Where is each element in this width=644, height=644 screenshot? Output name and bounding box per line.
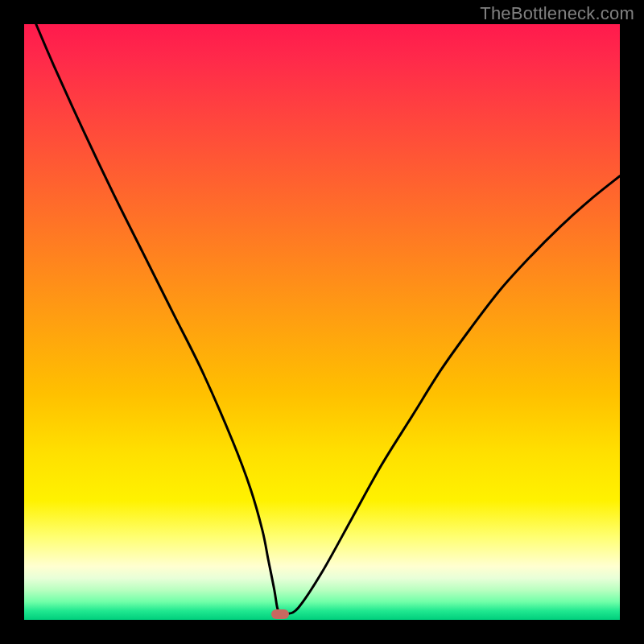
curve-svg — [24, 24, 620, 620]
plot-area — [24, 24, 620, 620]
bottleneck-curve — [36, 24, 620, 615]
optimum-marker — [271, 609, 289, 619]
chart-frame: TheBottleneck.com — [0, 0, 644, 644]
watermark-text: TheBottleneck.com — [480, 3, 634, 24]
